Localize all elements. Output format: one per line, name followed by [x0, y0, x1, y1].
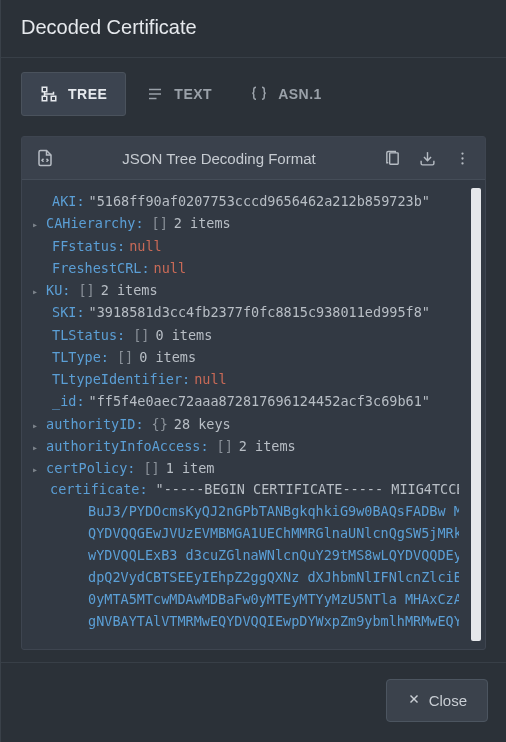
json-row-authorityid[interactable]: ▸ authorityID {} 28 keys [32, 413, 479, 435]
svg-rect-1 [51, 96, 56, 101]
json-row-id[interactable]: ▸ _id "ff5f4e0aec72aaa872817696124452acf… [32, 390, 479, 412]
panel-header: JSON Tree Decoding Format [22, 137, 485, 180]
tab-tree[interactable]: TREE [21, 72, 126, 116]
cert-line: wYDVQQLExB3 d3cuZGlnaWNlcnQuY29tMS8wLQYD… [50, 545, 459, 567]
modal-footer: Close [1, 662, 506, 742]
text-icon [146, 85, 164, 103]
modal-title: Decoded Certificate [21, 16, 486, 39]
json-row-tltypeidentifier[interactable]: ▸ TLtypeIdentifier null [32, 368, 479, 390]
expand-icon[interactable]: ▸ [32, 462, 44, 479]
json-row-ffstatus[interactable]: ▸ FFstatus null [32, 235, 479, 257]
svg-point-9 [461, 157, 463, 159]
modal-header: Decoded Certificate [1, 0, 506, 58]
panel-title: JSON Tree Decoding Format [66, 150, 372, 167]
svg-rect-6 [390, 152, 399, 163]
braces-icon [250, 85, 268, 103]
cert-line: QYDVQQGEwJVUzEVMBMGA1UEChMMRGlnaUNlcnQgS… [50, 523, 459, 545]
expand-icon[interactable]: ▸ [32, 418, 44, 435]
expand-icon[interactable]: ▸ [32, 440, 44, 457]
json-row-authorityinfoaccess[interactable]: ▸ authorityInfoAccess [] 2 items [32, 435, 479, 457]
json-row-freshestcrl[interactable]: ▸ FreshestCRL null [32, 257, 479, 279]
download-icon[interactable] [417, 148, 438, 169]
tab-asn1-label: ASN.1 [278, 86, 322, 102]
cert-line: dpQ2VydCBTSEEyIEhpZ2ggQXNz dXJhbmNlIFNlc… [50, 567, 459, 589]
tree-icon [40, 85, 58, 103]
tab-tree-label: TREE [68, 86, 107, 102]
close-icon [407, 692, 421, 709]
json-row-ski[interactable]: ▸ SKI "3918581d3cc4fb2377f0fc8815c938011… [32, 301, 479, 323]
tab-bar: TREE TEXT ASN.1 [1, 58, 506, 116]
json-row-ku[interactable]: ▸ KU [] 2 items [32, 279, 479, 301]
tab-text[interactable]: TEXT [128, 72, 230, 116]
json-row-tlstatus[interactable]: ▸ TLStatus [] 0 items [32, 324, 479, 346]
json-row-aki[interactable]: ▸ AKI "5168ff90af0207753cccd9656462a212b… [32, 190, 479, 212]
json-row-cahierarchy[interactable]: ▸ CAHierarchy [] 2 items [32, 212, 479, 234]
json-row-certpolicy[interactable]: ▸ certPolicy [] 1 item [32, 457, 479, 479]
close-button[interactable]: Close [386, 679, 488, 722]
json-tree-body: ▸ AKI "5168ff90af0207753cccd9656462a212b… [22, 180, 485, 649]
svg-rect-0 [42, 87, 47, 92]
cert-line: BuJ3/PYDOcmsKyQJ2nGPbTANBgkqhkiG9w0BAQsF… [50, 501, 459, 523]
json-row-tltype[interactable]: ▸ TLType [] 0 items [32, 346, 479, 368]
svg-rect-2 [42, 96, 47, 101]
cert-line: gNVBAYTAlVTMRMwEQYDVQQIEwpDYWxpZm9ybmlhM… [50, 611, 459, 633]
tab-asn1[interactable]: ASN.1 [232, 72, 340, 116]
close-label: Close [429, 692, 467, 709]
expand-icon[interactable]: ▸ [32, 284, 44, 301]
decoded-certificate-modal: Decoded Certificate TREE TEXT ASN.1 [0, 0, 506, 742]
tab-text-label: TEXT [174, 86, 212, 102]
svg-point-10 [461, 162, 463, 164]
clipboard-icon[interactable] [382, 148, 403, 169]
expand-icon[interactable]: ▸ [32, 217, 44, 234]
json-panel: JSON Tree Decoding Format ▸ AKI "5168ff9… [21, 136, 486, 650]
file-code-icon[interactable] [34, 147, 56, 169]
cert-line: 0yMTA5MTcwMDAwMDBaFw0yMTEyMTYyMzU5NTla M… [50, 589, 459, 611]
more-vert-icon[interactable] [452, 148, 473, 169]
scrollbar[interactable] [471, 188, 481, 641]
svg-point-8 [461, 152, 463, 154]
json-row-certificate[interactable]: certificate "-----BEGIN CERTIFICATE-----… [32, 479, 479, 632]
